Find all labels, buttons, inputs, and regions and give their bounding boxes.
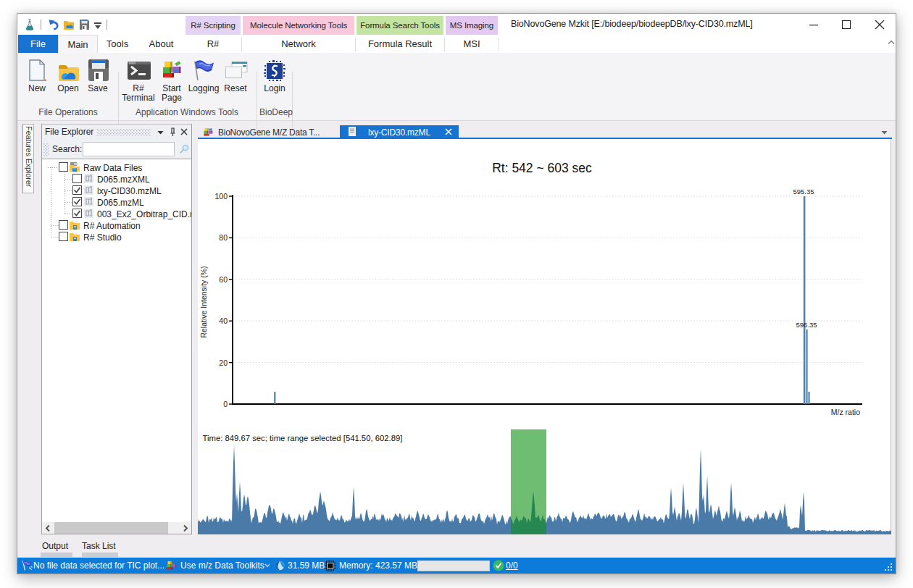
- svg-text:Relative Intensity (%): Relative Intensity (%): [199, 266, 208, 337]
- svg-text:0: 0: [223, 400, 228, 408]
- svg-text:Rt: 542 ~ 603 sec: Rt: 542 ~ 603 sec: [492, 161, 592, 175]
- svg-text:Time: 849.67 sec; time range s: Time: 849.67 sec; time range selected [5…: [203, 434, 403, 442]
- svg-text:100: 100: [214, 192, 228, 201]
- svg-text:M/z ratio: M/z ratio: [831, 408, 860, 416]
- svg-text:60: 60: [219, 275, 228, 284]
- svg-text:595.35: 595.35: [793, 188, 814, 196]
- svg-text:80: 80: [219, 233, 228, 242]
- svg-text:20: 20: [219, 358, 228, 367]
- svg-text:40: 40: [219, 316, 228, 325]
- svg-text:596.35: 596.35: [796, 321, 817, 329]
